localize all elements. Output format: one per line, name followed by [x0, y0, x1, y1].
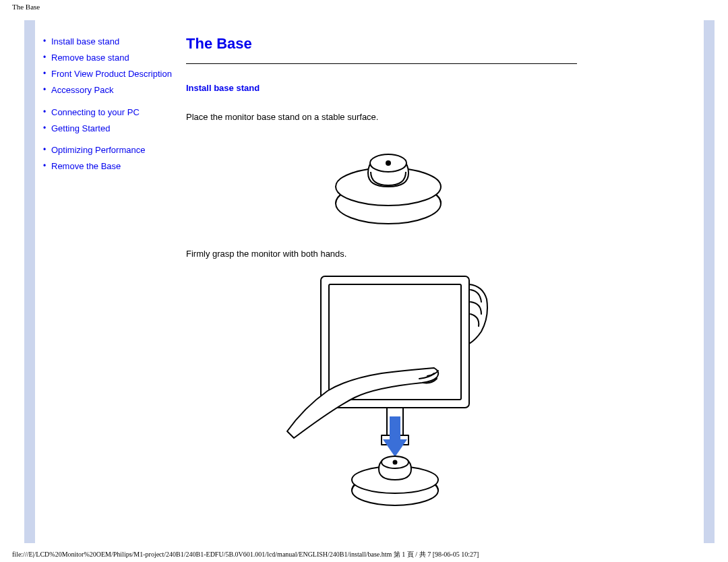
nav-group-2: Connecting to your PC Getting Started	[42, 106, 177, 135]
step-1-text: Place the monitor base stand on a stable…	[186, 112, 590, 122]
base-stand-illustration-icon	[321, 133, 456, 234]
svg-point-3	[386, 161, 390, 165]
svg-point-13	[394, 461, 397, 464]
page-title: The Base	[186, 35, 590, 53]
sidebar-nav: Install base stand Remove base stand Fro…	[42, 35, 177, 181]
svg-marker-9	[383, 439, 407, 457]
nav-remove-base-stand[interactable]: Remove base stand	[42, 51, 177, 65]
main-content: The Base Install base stand Place the mo…	[186, 35, 590, 527]
nav-remove-the-base[interactable]: Remove the Base	[42, 160, 177, 173]
nav-optimizing-performance[interactable]: Optimizing Performance	[42, 144, 177, 157]
grasp-monitor-illustration-icon	[267, 270, 510, 512]
nav-install-base-stand[interactable]: Install base stand	[42, 35, 177, 49]
header-title: The Base	[12, 3, 40, 11]
nav-connecting-to-your-pc[interactable]: Connecting to your PC	[42, 106, 177, 119]
nav-accessory-pack[interactable]: Accessory Pack	[42, 84, 177, 97]
nav-getting-started[interactable]: Getting Started	[42, 122, 177, 135]
left-decorative-stripe	[24, 20, 35, 543]
nav-group-1: Install base stand Remove base stand Fro…	[42, 35, 177, 98]
content-frame: Install base stand Remove base stand Fro…	[35, 20, 704, 543]
step-2-text: Firmly grasp the monitor with both hands…	[186, 249, 590, 259]
svg-rect-8	[390, 416, 400, 441]
footer-file-path: file:///E|/LCD%20Monitor%20OEM/Philips/M…	[12, 550, 479, 559]
nav-group-3: Optimizing Performance Remove the Base	[42, 144, 177, 173]
section-heading-install-base-stand: Install base stand	[186, 83, 590, 93]
divider	[186, 63, 577, 64]
figure-grasp-monitor	[186, 270, 590, 512]
figure-base-stand	[186, 133, 590, 234]
nav-front-view-product-description[interactable]: Front View Product Description	[42, 67, 177, 81]
right-decorative-stripe	[704, 20, 715, 543]
